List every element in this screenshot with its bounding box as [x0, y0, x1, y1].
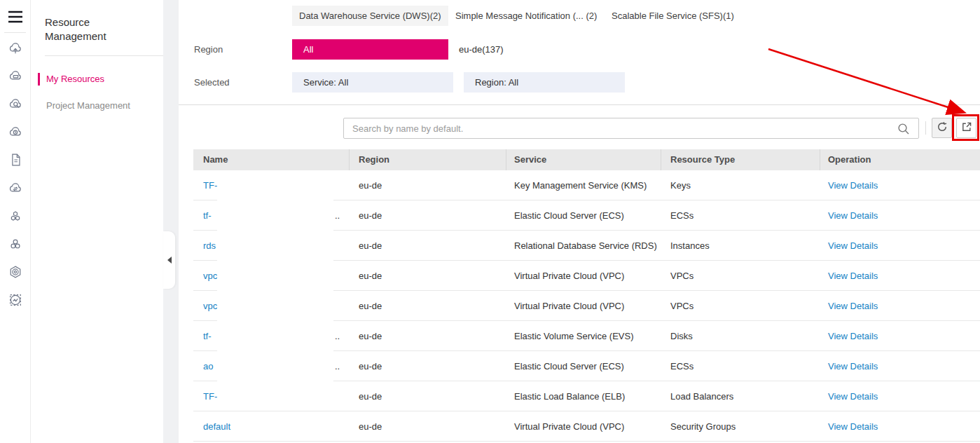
chevron-left-icon: [167, 257, 172, 264]
sidebar-item-project-management[interactable]: Project Management: [38, 100, 163, 112]
region-cell: eu-de: [359, 411, 382, 442]
view-details-link[interactable]: View Details: [828, 261, 878, 291]
service-cell: Virtual Private Cloud (VPC): [514, 411, 624, 442]
search-box: [343, 118, 919, 139]
view-details-link[interactable]: View Details: [828, 381, 878, 411]
cloud-server-icon[interactable]: [0, 62, 31, 90]
table-row: defaulteu-deVirtual Private Cloud (VPC)S…: [193, 411, 980, 442]
region-cell: eu-de: [359, 321, 382, 351]
service-cell: Elastic Cloud Server (ECS): [514, 351, 624, 381]
tab-smn[interactable]: Simple Message Notification (... (2): [448, 6, 604, 26]
sidebar-item-my-resources[interactable]: My Resources: [38, 73, 163, 86]
hexagon-cluster-icon[interactable]: [0, 202, 31, 230]
column-header-region[interactable]: Region: [359, 149, 389, 170]
refresh-icon: [937, 121, 948, 135]
toolbar-separator: [925, 121, 926, 135]
service-cell: Elastic Load Balance (ELB): [514, 381, 625, 411]
view-details-link[interactable]: View Details: [828, 351, 878, 381]
resource-type-cell: Load Balancers: [670, 381, 733, 411]
tab-dws[interactable]: Data Warehouse Service (DWS)(2): [292, 6, 448, 26]
resource-type-cell: Disks: [670, 321, 693, 351]
service-cell: Relational Database Service (RDS): [514, 231, 657, 261]
view-details-link[interactable]: View Details: [828, 170, 878, 200]
sidebar-collapse-handle[interactable]: [163, 231, 175, 289]
export-icon: [961, 121, 972, 135]
sidebar: Resource Management My Resources Project…: [31, 0, 163, 443]
header-separator: [820, 149, 820, 170]
view-details-link[interactable]: View Details: [828, 411, 878, 442]
resource-circles-icon[interactable]: [0, 230, 31, 258]
view-details-link[interactable]: View Details: [828, 200, 878, 231]
resource-type-cell: VPCs: [670, 291, 693, 321]
table-header: Name Region Service Resource Type Operat…: [193, 149, 980, 170]
header-separator: [506, 149, 506, 170]
document-icon[interactable]: [0, 146, 31, 174]
region-option-all[interactable]: All: [292, 39, 448, 60]
redaction-overlay: [217, 175, 333, 407]
tab-sfs[interactable]: Scalable File Service (SFS)(1): [605, 6, 741, 26]
region-cell: eu-de: [359, 200, 382, 231]
service-cell: Elastic Cloud Server (ECS): [514, 200, 624, 231]
resource-name-link[interactable]: tf-: [203, 321, 212, 351]
resource-name-link[interactable]: TF-: [203, 381, 217, 411]
service-cell: Virtual Private Cloud (VPC): [514, 261, 624, 291]
resource-type-cell: ECSs: [670, 200, 693, 231]
cloud-search-icon[interactable]: [0, 90, 31, 118]
region-cell: eu-de: [359, 170, 382, 200]
nav-rail: [0, 0, 31, 443]
resource-name-link[interactable]: rds: [203, 231, 216, 261]
view-details-link[interactable]: View Details: [828, 291, 878, 321]
resource-type-cell: Keys: [670, 170, 691, 200]
resource-name-link[interactable]: TF-: [203, 170, 217, 200]
view-details-link[interactable]: View Details: [828, 321, 878, 351]
resource-name-link[interactable]: vpc: [203, 291, 217, 321]
page-title: Resource Management: [45, 15, 132, 43]
truncation-ellipsis: ..: [335, 351, 340, 381]
export-button[interactable]: [956, 118, 976, 138]
search-icon[interactable]: [897, 123, 910, 138]
service-cell: Elastic Volume Service (EVS): [514, 321, 634, 351]
resources-table: Name Region Service Resource Type Operat…: [193, 149, 980, 442]
region-cell: eu-de: [359, 291, 382, 321]
region-cell: eu-de: [359, 231, 382, 261]
cloud-upload-icon[interactable]: [0, 34, 31, 62]
resource-name-link[interactable]: ao: [203, 351, 213, 381]
resource-type-cell: ECSs: [670, 351, 693, 381]
column-header-name[interactable]: Name: [203, 149, 228, 170]
resource-name-link[interactable]: vpc: [203, 261, 217, 291]
refresh-button[interactable]: [932, 118, 952, 138]
column-header-resource-type[interactable]: Resource Type: [670, 149, 735, 170]
collapse-strip: [163, 0, 179, 443]
sidebar-divider: [45, 55, 163, 56]
panel-divider: [179, 104, 980, 105]
header-separator: [349, 149, 350, 170]
main-content: Data Warehouse Service (DWS)(2) Simple M…: [179, 0, 980, 443]
resource-type-cell: VPCs: [670, 261, 693, 291]
service-cell: Virtual Private Cloud (VPC): [514, 291, 624, 321]
view-details-link[interactable]: View Details: [828, 231, 878, 261]
resource-name-link[interactable]: tf-: [203, 200, 212, 231]
region-cell: eu-de: [359, 261, 382, 291]
resource-type-cell: Security Groups: [670, 411, 736, 442]
hexagon-rings-icon[interactable]: [0, 258, 31, 286]
truncation-ellipsis: ..: [335, 321, 340, 351]
region-cell: eu-de: [359, 351, 382, 381]
column-header-operation[interactable]: Operation: [828, 149, 871, 170]
column-header-service[interactable]: Service: [514, 149, 546, 170]
hamburger-menu-icon[interactable]: [8, 10, 23, 24]
region-cell: eu-de: [359, 381, 382, 411]
cloud-clock-icon[interactable]: [0, 118, 31, 146]
region-filter-label: Region: [194, 44, 223, 55]
region-option-eu-de[interactable]: eu-de(137): [459, 39, 504, 60]
service-cell: Key Management Service (KMS): [514, 170, 647, 200]
header-separator: [661, 149, 661, 170]
resource-type-cell: Instances: [670, 231, 710, 261]
selected-filter-label: Selected: [194, 77, 230, 88]
selected-service-chip: Service: All: [292, 72, 453, 93]
cloud-sync-icon[interactable]: [0, 174, 31, 202]
monitoring-pulse-icon[interactable]: [0, 286, 31, 314]
truncation-ellipsis: ..: [335, 200, 340, 231]
search-input[interactable]: [344, 118, 918, 138]
resource-name-link[interactable]: default: [203, 411, 230, 442]
rail-divider: [4, 32, 26, 33]
